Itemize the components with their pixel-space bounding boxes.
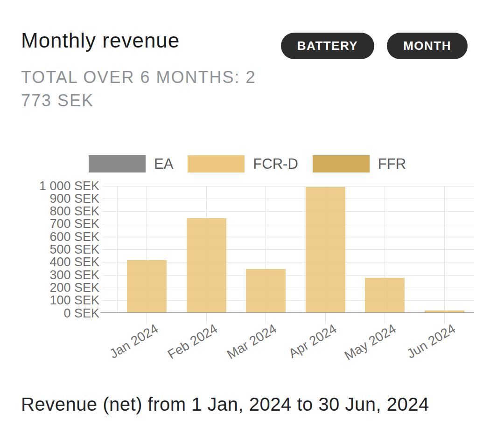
gridline-horizontal [102, 237, 474, 237]
x-axis-label: Jan 2024 [107, 321, 161, 362]
legend-swatch-fcr-d [188, 155, 245, 172]
y-axis-label: 200 SEK [0, 282, 99, 294]
y-axis-label: 600 SEK [0, 231, 99, 243]
legend-label: FCR-D [253, 156, 298, 172]
x-axis-labels: Jan 2024Feb 2024Mar 2024Apr 2024May 2024… [102, 321, 474, 372]
y-axis-label: 0 SEK [0, 307, 99, 320]
legend-label: EA [154, 156, 173, 172]
gridline-horizontal [102, 249, 474, 250]
chart-legend: EAFCR-DFFR [89, 155, 406, 172]
battery-pill-button[interactable]: BATTERY [281, 33, 374, 59]
bar-fcr-d-mar-2024[interactable] [246, 269, 286, 312]
x-axis-label: May 2024 [342, 321, 399, 364]
gridline-vertical [117, 186, 118, 313]
legend-swatch-ea [89, 155, 146, 172]
y-axis-label: 500 SEK [0, 243, 99, 256]
legend-swatch-ffr [313, 155, 370, 172]
y-axis-label: 900 SEK [0, 193, 99, 205]
y-axis-label: 800 SEK [0, 205, 99, 218]
y-axis-labels: 0 SEK100 SEK200 SEK300 SEK400 SEK500 SEK… [0, 186, 99, 313]
monthly-revenue-card: Monthly revenue BATTERY MONTH TOTAL OVER… [0, 0, 490, 448]
y-axis-label: 300 SEK [0, 269, 99, 282]
bar-fcr-d-apr-2024[interactable] [306, 187, 345, 312]
bar-fcr-d-jan-2024[interactable] [127, 260, 167, 312]
x-axis-label: Apr 2024 [286, 321, 339, 361]
x-axis-baseline [100, 312, 474, 313]
bar-fcr-d-may-2024[interactable] [365, 278, 405, 312]
y-axis-label: 700 SEK [0, 218, 99, 230]
page-title: Monthly revenue [21, 29, 180, 52]
legend-item-ffr: FFR [313, 155, 406, 172]
gridline-horizontal [102, 211, 474, 212]
gridline-vertical [444, 186, 445, 313]
gridline-horizontal [102, 186, 474, 186]
gridline-horizontal [102, 199, 474, 199]
legend-item-ea: EA [89, 155, 173, 172]
legend-label: FFR [378, 156, 406, 172]
x-axis-label: Feb 2024 [165, 321, 220, 362]
legend-item-fcr-d: FCR-D [188, 155, 298, 172]
bar-fcr-d-feb-2024[interactable] [187, 218, 226, 312]
month-pill-button[interactable]: MONTH [387, 33, 468, 59]
y-axis-label: 1 000 SEK [0, 180, 99, 193]
y-axis-label: 400 SEK [0, 256, 99, 269]
total-summary: TOTAL OVER 6 MONTHS: 2 773 SEK [21, 66, 277, 112]
filter-pills: BATTERY MONTH [281, 33, 468, 59]
y-axis-label: 100 SEK [0, 294, 99, 307]
gridline-horizontal [102, 224, 474, 224]
x-axis-label: Mar 2024 [224, 321, 280, 362]
chart-caption: Revenue (net) from 1 Jan, 2024 to 30 Jun… [21, 394, 429, 415]
plot-area [102, 186, 474, 313]
x-axis-label: Jun 2024 [404, 321, 458, 362]
